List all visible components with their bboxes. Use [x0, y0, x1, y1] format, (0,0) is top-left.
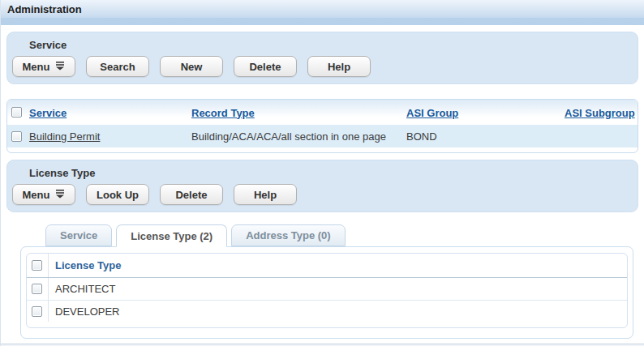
- column-header-license-type: License Type: [49, 259, 121, 271]
- column-header-asi-subgroup: ASI Subgroup: [565, 105, 638, 120]
- select-all-checkbox-cell: [7, 107, 27, 117]
- service-panel-title: Service: [12, 36, 633, 56]
- service-help-button[interactable]: Help: [307, 56, 371, 77]
- column-header-record-type-link[interactable]: Record Type: [191, 107, 255, 119]
- page-title: Administration: [7, 3, 82, 15]
- column-header-asi-group-link[interactable]: ASI Group: [406, 107, 458, 119]
- service-panel: Service Menu Search New Delete Help: [6, 32, 638, 84]
- service-menu-button[interactable]: Menu: [12, 56, 75, 77]
- license-type-panel: License Type Menu Look Up Delete Help: [6, 160, 638, 212]
- column-header-service-link[interactable]: Service: [29, 107, 67, 119]
- menu-dropdown-icon: [55, 189, 65, 201]
- service-table: Service Record Type ASI Group ASI Subgro…: [6, 99, 638, 153]
- row-checkbox[interactable]: [32, 306, 42, 317]
- column-header-service: Service: [27, 105, 191, 120]
- header-divider-band: [1, 18, 644, 25]
- cell-license-type: DEVELOPER: [49, 305, 119, 318]
- row-checkbox-cell: [27, 301, 49, 322]
- license-help-button[interactable]: Help: [234, 184, 297, 205]
- license-type-panel-title: License Type: [12, 164, 633, 184]
- select-all-checkbox[interactable]: [11, 107, 22, 117]
- license-type-row: ARCHITECT: [27, 278, 627, 300]
- row-checkbox-cell: [27, 278, 49, 300]
- page-header: Administration: [1, 0, 644, 18]
- license-type-toolbar: Menu Look Up Delete Help: [12, 184, 633, 205]
- column-header-asi-group: ASI Group: [406, 105, 565, 120]
- license-menu-button-label: Menu: [23, 189, 50, 201]
- cell-record-type: Building/ACA/ACA/all section in one page: [191, 130, 406, 143]
- service-link[interactable]: Building Permit: [29, 130, 100, 143]
- license-type-row: DEVELOPER: [27, 300, 627, 322]
- select-all-checkbox-cell: [27, 254, 49, 277]
- service-menu-button-label: Menu: [23, 61, 50, 73]
- license-delete-button[interactable]: Delete: [160, 184, 223, 205]
- service-delete-button[interactable]: Delete: [234, 56, 297, 77]
- tab-content-license-type: License Type ARCHITECT DEVELOPER: [20, 246, 633, 339]
- row-checkbox[interactable]: [32, 284, 42, 294]
- service-table-row: Building Permit Building/ACA/ACA/all sec…: [7, 125, 638, 147]
- column-header-asi-subgroup-link[interactable]: ASI Subgroup: [565, 107, 635, 119]
- select-all-checkbox[interactable]: [32, 260, 42, 271]
- service-table-header-row: Service Record Type ASI Group ASI Subgro…: [7, 100, 638, 125]
- service-toolbar: Menu Search New Delete Help: [12, 56, 633, 77]
- cell-asi-group: BOND: [406, 130, 565, 143]
- license-look-up-button[interactable]: Look Up: [86, 184, 149, 205]
- row-checkbox[interactable]: [11, 131, 22, 142]
- license-type-header-row: License Type: [27, 254, 627, 278]
- license-menu-button[interactable]: Menu: [12, 184, 75, 205]
- tab-address-type[interactable]: Address Type (0): [231, 224, 346, 246]
- tab-bar: Service License Type (2) Address Type (0…: [1, 224, 644, 246]
- cell-service: Building Permit: [27, 130, 191, 143]
- cell-license-type: ARCHITECT: [49, 283, 115, 295]
- tab-license-type[interactable]: License Type (2): [116, 224, 227, 247]
- administration-page: Administration Service Menu Search New D…: [0, 0, 644, 346]
- column-header-record-type: Record Type: [191, 105, 406, 120]
- menu-dropdown-icon: [55, 61, 65, 73]
- service-new-button[interactable]: New: [160, 56, 223, 77]
- license-type-table: License Type ARCHITECT DEVELOPER: [26, 253, 628, 328]
- row-checkbox-cell: [7, 131, 27, 142]
- header-gap: [1, 25, 644, 32]
- service-search-button[interactable]: Search: [86, 56, 149, 77]
- tab-service[interactable]: Service: [45, 224, 112, 246]
